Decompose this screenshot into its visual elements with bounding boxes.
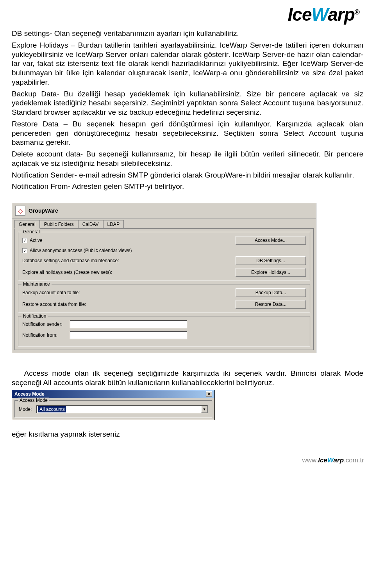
- tab-content: General ✓ Active Access Mode... ✓ Allow …: [14, 228, 314, 350]
- label-backup: Backup account data to file:: [22, 290, 236, 295]
- input-notif-sender[interactable]: [70, 320, 187, 328]
- groupware-header: ◇ GroupWare: [12, 203, 316, 219]
- footer-suffix: .com.tr: [344, 457, 364, 464]
- footer-arp: arp: [334, 457, 344, 464]
- label-db-settings: Database settings and database maintenan…: [22, 258, 236, 263]
- logo-part-ice: Ice: [288, 4, 312, 25]
- backup-data-button[interactable]: Backup Data...: [236, 288, 306, 297]
- access-mode-titlebar: Access Mode ✕: [12, 390, 214, 398]
- label-notif-sender: Notification sender:: [22, 322, 65, 327]
- explore-holidays-button[interactable]: Explore Holidays...: [236, 268, 306, 277]
- footer-www: www.: [302, 457, 318, 464]
- tab-row: General Public Folders CalDAV LDAP: [12, 219, 316, 229]
- tab-public-folders[interactable]: Public Folders: [40, 220, 78, 229]
- paragraph-restore-data: Restore Data – Bu seçenek hesapın geri d…: [12, 119, 363, 147]
- paragraph-access-mode-intro: Access mode olan ilk seçeneği seçtiğimiz…: [12, 369, 363, 387]
- label-active: Active: [30, 238, 236, 243]
- chevron-down-icon[interactable]: ▼: [201, 406, 207, 413]
- mode-select[interactable]: All accounts ▼: [36, 405, 208, 413]
- tab-general[interactable]: General: [14, 220, 40, 229]
- label-mode: Mode:: [19, 407, 32, 412]
- footer-url: www.IceWarp.com.tr: [0, 453, 375, 471]
- footer-ice: Ice: [318, 457, 327, 464]
- legend-access-mode: Access Mode: [18, 398, 49, 403]
- input-notif-from[interactable]: [70, 331, 187, 339]
- logo-top: IceWarp®: [12, 4, 363, 25]
- checkbox-active[interactable]: ✓: [22, 238, 27, 243]
- label-allow-anon: Allow anonymous access (Public calendar …: [30, 248, 306, 253]
- mode-selected-value: All accounts: [38, 406, 66, 412]
- tab-ldap[interactable]: LDAP: [103, 220, 124, 229]
- label-explore-holidays: Explore all holidays sets (Create new se…: [22, 270, 236, 275]
- fieldset-notification: Notification Notification sender: Notifi…: [18, 316, 310, 346]
- fieldset-maintenance: Maintenance Backup account data to file:…: [18, 284, 310, 313]
- close-icon[interactable]: ✕: [206, 391, 212, 397]
- paragraph-delete-account: Delete account data- Bu seçeneği kullanı…: [12, 149, 363, 168]
- logo-reg: ®: [355, 8, 359, 16]
- footer-w: W: [327, 457, 334, 464]
- checkbox-allow-anon[interactable]: ✓: [22, 248, 27, 253]
- tab-caldav[interactable]: CalDAV: [78, 220, 103, 229]
- label-restore: Restore account data from file:: [22, 302, 236, 307]
- access-mode-fieldset: Access Mode Mode: All accounts ▼: [14, 400, 212, 417]
- legend-maintenance: Maintenance: [21, 281, 52, 287]
- legend-general: General: [21, 229, 41, 234]
- paragraph-backup-data: Backup Data- Bu özelliği hesap yedekleme…: [12, 89, 363, 117]
- paragraph-notification-from: Notification From- Adresten gelen SMTP-y…: [12, 182, 363, 191]
- access-mode-dialog: Access Mode ✕ Access Mode Mode: All acco…: [12, 390, 215, 420]
- groupware-icon: ◇: [15, 206, 25, 216]
- paragraph-db-settings: DB settings- Olan seçeneği veritabanımız…: [12, 29, 363, 38]
- access-mode-button[interactable]: Access Mode...: [236, 236, 306, 245]
- paragraph-explore-holidays: Explore Holidays – Burdan tatillerin tar…: [12, 41, 363, 87]
- logo-part-w: W: [312, 4, 328, 25]
- label-notif-from: Notification from:: [22, 332, 65, 338]
- groupware-panel: ◇ GroupWare General Public Folders CalDA…: [12, 203, 316, 353]
- access-mode-title-text: Access Mode: [14, 391, 45, 397]
- paragraph-notification-sender: Notification Sender- e-mail adresin SMTP…: [12, 171, 363, 180]
- fieldset-general: General ✓ Active Access Mode... ✓ Allow …: [18, 232, 310, 281]
- legend-notification: Notification: [21, 313, 48, 319]
- logo-part-arp: arp: [328, 4, 355, 25]
- db-settings-button[interactable]: DB Settings...: [236, 256, 306, 265]
- groupware-title: GroupWare: [29, 208, 58, 214]
- paragraph-trailing: eğer kısıtlama yapmak isterseniz: [12, 430, 363, 439]
- restore-data-button[interactable]: Restore Data...: [236, 300, 306, 309]
